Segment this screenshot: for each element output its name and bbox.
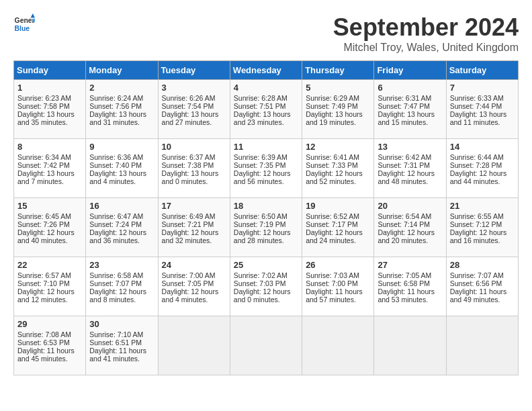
svg-marker-2	[31, 13, 35, 17]
cell-info-line: Sunset: 7:17 PM	[306, 220, 370, 228]
cell-info-line: Sunset: 7:10 PM	[17, 279, 82, 287]
cell-info-line: Daylight: 13 hours	[306, 110, 370, 118]
svg-text:General: General	[15, 17, 35, 24]
cell-info-line: and 19 minutes.	[306, 118, 370, 126]
cell-info-line: Sunset: 7:33 PM	[306, 161, 370, 169]
cell-info-line: Sunset: 7:54 PM	[162, 102, 226, 110]
cell-info-line: Sunset: 6:51 PM	[89, 338, 154, 347]
day-number: 18	[234, 201, 298, 211]
cell-info-line: Daylight: 12 hours	[162, 228, 226, 236]
calendar-cell: 5Sunrise: 6:29 AMSunset: 7:49 PMDaylight…	[302, 80, 374, 139]
month-title: September 2024	[333, 13, 519, 42]
cell-info-line: Sunrise: 6:29 AM	[306, 94, 370, 102]
cell-info-line: Sunset: 7:44 PM	[450, 102, 515, 110]
day-number: 20	[378, 201, 442, 211]
calendar-cell: 14Sunrise: 6:44 AMSunset: 7:28 PMDayligh…	[446, 139, 518, 198]
cell-info-line: and 23 minutes.	[234, 118, 298, 126]
col-monday: Monday	[86, 61, 158, 80]
cell-info-line: Sunrise: 7:07 AM	[450, 271, 515, 279]
cell-info-line: and 8 minutes.	[89, 295, 154, 304]
cell-info-line: and 36 minutes.	[89, 236, 154, 244]
cell-info-line: Sunset: 7:05 PM	[162, 279, 226, 287]
cell-info-line: Sunset: 6:56 PM	[450, 279, 515, 287]
day-number: 7	[450, 83, 515, 93]
cell-info-line: Daylight: 12 hours	[234, 287, 298, 295]
cell-info-line: Daylight: 13 hours	[234, 110, 298, 118]
cell-info-line: Sunrise: 6:28 AM	[234, 94, 298, 102]
cell-info-line: Sunrise: 7:03 AM	[306, 271, 370, 279]
cell-info-line: Sunset: 7:26 PM	[17, 220, 82, 228]
cell-info-line: Daylight: 13 hours	[378, 110, 442, 118]
cell-info-line: Sunrise: 6:55 AM	[450, 212, 515, 220]
cell-info-line: Sunrise: 6:42 AM	[378, 153, 442, 161]
cell-info-line: Daylight: 11 hours	[89, 347, 154, 355]
calendar-cell: 19Sunrise: 6:52 AMSunset: 7:17 PMDayligh…	[302, 198, 374, 257]
cell-info-line: Daylight: 11 hours	[450, 287, 515, 295]
day-number: 24	[162, 260, 226, 270]
cell-info-line: Daylight: 13 hours	[17, 169, 82, 177]
calendar-cell	[230, 316, 302, 375]
cell-info-line: Daylight: 13 hours	[17, 110, 82, 118]
cell-info-line: Sunset: 7:35 PM	[234, 161, 298, 169]
day-number: 21	[450, 201, 515, 211]
calendar-cell: 6Sunrise: 6:31 AMSunset: 7:47 PMDaylight…	[374, 80, 446, 139]
cell-info-line: Sunrise: 6:47 AM	[89, 212, 154, 220]
cell-info-line: and 48 minutes.	[378, 177, 442, 185]
cell-info-line: Daylight: 13 hours	[450, 110, 515, 118]
calendar-cell: 15Sunrise: 6:45 AMSunset: 7:26 PMDayligh…	[14, 198, 86, 257]
cell-info-line: Sunrise: 6:31 AM	[378, 94, 442, 102]
cell-info-line: Sunset: 7:07 PM	[89, 279, 154, 287]
cell-info-line: Daylight: 12 hours	[17, 287, 82, 295]
calendar-cell: 24Sunrise: 7:00 AMSunset: 7:05 PMDayligh…	[158, 257, 230, 316]
calendar-cell: 7Sunrise: 6:33 AMSunset: 7:44 PMDaylight…	[446, 80, 518, 139]
cell-info-line: Sunrise: 6:26 AM	[162, 94, 226, 102]
calendar-cell: 29Sunrise: 7:08 AMSunset: 6:53 PMDayligh…	[14, 316, 86, 375]
cell-info-line: Sunset: 7:19 PM	[234, 220, 298, 228]
cell-info-line: Sunset: 7:28 PM	[450, 161, 515, 169]
col-sunday: Sunday	[14, 61, 86, 80]
day-number: 8	[17, 142, 82, 152]
day-number: 2	[89, 83, 154, 93]
cell-info-line: and 20 minutes.	[378, 236, 442, 244]
cell-info-line: Sunrise: 6:58 AM	[89, 271, 154, 279]
cell-info-line: Daylight: 12 hours	[378, 228, 442, 236]
day-number: 27	[378, 260, 442, 270]
calendar-cell: 26Sunrise: 7:03 AMSunset: 7:00 PMDayligh…	[302, 257, 374, 316]
calendar-cell: 18Sunrise: 6:50 AMSunset: 7:19 PMDayligh…	[230, 198, 302, 257]
col-thursday: Thursday	[302, 61, 374, 80]
cell-info-line: Sunset: 7:47 PM	[378, 102, 442, 110]
cell-info-line: Daylight: 12 hours	[89, 287, 154, 295]
cell-info-line: and 16 minutes.	[450, 236, 515, 244]
cell-info-line: Sunset: 7:42 PM	[17, 161, 82, 169]
day-number: 3	[162, 83, 226, 93]
cell-info-line: Sunset: 7:24 PM	[89, 220, 154, 228]
calendar-cell: 23Sunrise: 6:58 AMSunset: 7:07 PMDayligh…	[86, 257, 158, 316]
cell-info-line: Sunrise: 6:37 AM	[162, 153, 226, 161]
cell-info-line: and 12 minutes.	[17, 295, 82, 304]
cell-info-line: Daylight: 13 hours	[162, 169, 226, 177]
col-friday: Friday	[374, 61, 446, 80]
cell-info-line: Sunrise: 6:52 AM	[306, 212, 370, 220]
day-number: 16	[89, 201, 154, 211]
cell-info-line: and 0 minutes.	[234, 295, 298, 304]
cell-info-line: Sunset: 7:51 PM	[234, 102, 298, 110]
day-number: 12	[306, 142, 370, 152]
cell-info-line: Sunrise: 6:57 AM	[17, 271, 82, 279]
day-number: 25	[234, 260, 298, 270]
cell-info-line: Sunrise: 6:24 AM	[89, 94, 154, 102]
day-number: 4	[234, 83, 298, 93]
calendar-cell: 8Sunrise: 6:34 AMSunset: 7:42 PMDaylight…	[14, 139, 86, 198]
cell-info-line: Daylight: 12 hours	[378, 169, 442, 177]
day-number: 9	[89, 142, 154, 152]
cell-info-line: Sunset: 7:40 PM	[89, 161, 154, 169]
cell-info-line: Sunrise: 6:49 AM	[162, 212, 226, 220]
calendar-cell: 9Sunrise: 6:36 AMSunset: 7:40 PMDaylight…	[86, 139, 158, 198]
day-number: 15	[17, 201, 82, 211]
cell-info-line: Sunset: 7:49 PM	[306, 102, 370, 110]
cell-info-line: Sunrise: 6:50 AM	[234, 212, 298, 220]
cell-info-line: and 52 minutes.	[306, 177, 370, 185]
day-number: 11	[234, 142, 298, 152]
day-number: 19	[306, 201, 370, 211]
cell-info-line: and 15 minutes.	[378, 118, 442, 126]
calendar-cell	[374, 316, 446, 375]
